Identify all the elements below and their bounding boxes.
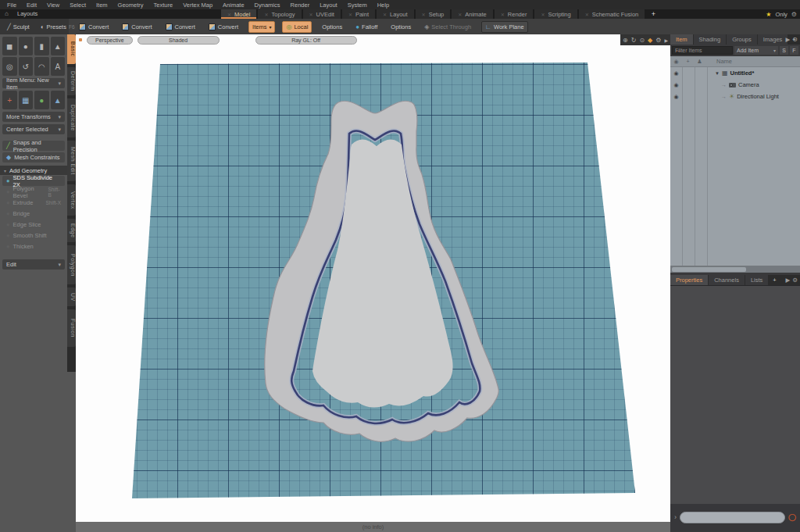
tab-properties[interactable]: Properties — [670, 275, 708, 285]
item-menu-dropdown[interactable]: Item Menu: New Item ▾ — [2, 78, 65, 88]
gear-icon[interactable]: ⚙ — [792, 34, 798, 45]
star-icon[interactable]: ★ — [766, 11, 771, 18]
vtab-polygon[interactable]: Polygon — [67, 245, 76, 284]
raygl-dropdown[interactable]: Ray GL: Off — [255, 36, 357, 45]
tab-model[interactable]: ✕ Model — [221, 9, 256, 19]
tab-groups[interactable]: Groups — [727, 34, 757, 45]
vtab-edge[interactable]: Edge — [67, 219, 76, 242]
vtab-fusion[interactable]: Fusion — [67, 309, 76, 347]
menu-animate[interactable]: Animate — [223, 2, 245, 9]
options-button-1[interactable]: Options — [319, 22, 345, 32]
dress-cookie-cutter-model[interactable] — [250, 98, 508, 449]
smooth-shift-button[interactable]: ● Smooth Shift — [2, 230, 65, 241]
gear-icon[interactable]: ⚙ — [792, 275, 798, 285]
tab-schematic-fusion[interactable]: ✕ Schematic Fusion — [579, 9, 645, 19]
menu-item[interactable]: Item — [96, 2, 108, 9]
tree-row-camera[interactable]: ◉ → Camera — [670, 79, 800, 91]
items-mode-button[interactable]: Items ▾ — [248, 21, 275, 33]
cylinder-primitive-button[interactable]: ▮ — [34, 37, 49, 55]
vtab-vertex[interactable]: Vertex — [67, 184, 76, 216]
work-plane-button[interactable]: ∟ Work Plane — [481, 21, 527, 33]
mesh-sphere-button[interactable]: ● — [34, 91, 49, 109]
menu-system[interactable]: System — [348, 2, 367, 9]
sculpt-button[interactable]: ╱ Sculpt — [4, 22, 33, 32]
vtab-deform[interactable]: Deform — [67, 67, 76, 95]
convert-button-2[interactable]: Convert — [119, 22, 155, 32]
filter-items-input[interactable] — [672, 46, 733, 55]
falloff-button[interactable]: ● Falloff — [352, 22, 380, 32]
menu-vertex-map[interactable]: Vertex Map — [183, 2, 212, 9]
solo-button[interactable]: S — [780, 46, 788, 55]
menu-view[interactable]: View — [47, 2, 59, 9]
vtab-mesh-edit[interactable]: Mesh Edit — [67, 141, 76, 181]
tab-paint[interactable]: ✕ Paint — [342, 9, 375, 19]
menu-texture[interactable]: Texture — [154, 2, 173, 9]
menu-dynamics[interactable]: Dynamics — [255, 2, 280, 9]
convert-button-1[interactable]: Convert — [76, 22, 112, 32]
tab-shading[interactable]: Shading — [694, 34, 727, 45]
sphere-primitive-button[interactable]: ● — [19, 37, 34, 55]
extrude-button[interactable]: ● Extrude Shift-X — [2, 198, 65, 208]
torus-primitive-button[interactable]: ◎ — [2, 57, 17, 76]
tab-scripting[interactable]: ✕ Scripting — [534, 9, 577, 19]
add-panel-tab-button[interactable]: + — [769, 275, 780, 285]
vtab-uv[interactable]: UV — [67, 287, 76, 306]
convert-button-4[interactable]: Convert — [205, 22, 241, 32]
mesh-pyramid-button[interactable]: ▲ — [51, 91, 66, 109]
eye-icon[interactable]: ◉ — [670, 70, 682, 77]
popout-icon[interactable]: ▶ — [785, 275, 790, 285]
rotate-icon[interactable]: ↻ — [631, 37, 637, 44]
view-mode-dropdown[interactable]: Perspective — [87, 36, 133, 45]
pan-icon[interactable]: ⊕ — [623, 37, 628, 44]
filter-button[interactable]: F — [790, 46, 798, 55]
scrollbar-thumb[interactable] — [672, 267, 746, 272]
bridge-button[interactable]: ● Bridge — [2, 209, 65, 219]
thicken-button[interactable]: ● Thicken — [2, 241, 65, 252]
tab-render[interactable]: ✕ Render — [495, 9, 534, 19]
command-options-icon[interactable]: ◯ — [788, 513, 796, 521]
menu-layout[interactable]: Layout — [320, 2, 338, 9]
tab-lists[interactable]: Lists — [745, 275, 768, 285]
only-toggle[interactable]: Only — [775, 11, 787, 18]
popout-icon[interactable]: ▶ — [785, 34, 790, 45]
text-tool-button[interactable]: A — [51, 57, 66, 76]
presets-button[interactable]: ◐ Presets F6 — [38, 22, 78, 32]
edge-slice-button[interactable]: ● Edge Slice — [2, 220, 65, 230]
gear-icon[interactable]: ⚙ — [655, 37, 661, 44]
polygon-bevel-button[interactable]: ● Polygon Bevel Shift-B — [2, 187, 65, 197]
add-item-dropdown[interactable]: Add Item ▾ — [734, 46, 778, 55]
cube-primitive-button[interactable]: ◼ — [2, 37, 17, 55]
edit-dropdown[interactable]: Edit ▾ — [2, 259, 65, 270]
snaps-precision-button[interactable]: ╱ Snaps and Precision — [2, 141, 65, 151]
tab-layout[interactable]: ✕ Layout — [377, 9, 414, 19]
local-action-center-button[interactable]: ◎ Local — [282, 21, 312, 33]
expand-arrow-icon[interactable]: ▼ — [715, 71, 720, 76]
expand-arrow-icon[interactable]: ▶ — [664, 37, 668, 43]
menu-geometry[interactable]: Geometry — [118, 2, 144, 9]
convert-button-3[interactable]: Convert — [162, 22, 198, 32]
tab-topology[interactable]: ✕ Topology — [258, 9, 301, 19]
tree-horizontal-scrollbar[interactable] — [670, 266, 800, 273]
tab-images[interactable]: Images — [758, 34, 788, 45]
curve-tool-button[interactable]: ◠ — [34, 57, 49, 76]
menu-render[interactable]: Render — [291, 2, 310, 9]
vtab-basic[interactable]: Basic — [67, 34, 76, 64]
vtab-duplicate[interactable]: Duplicate — [67, 98, 76, 137]
mesh-constraints-button[interactable]: ◆ Mesh Constraints — [2, 152, 65, 162]
zoom-icon[interactable]: ⊙ — [639, 37, 645, 44]
tool-handle-icon[interactable]: ◆ — [648, 37, 652, 44]
menu-edit[interactable]: Edit — [27, 2, 37, 9]
options-button-2[interactable]: Options — [388, 22, 414, 32]
shading-mode-dropdown[interactable]: Shaded — [138, 36, 220, 45]
tree-row-directional-light[interactable]: ◉ → ☀ Directional Light — [670, 91, 800, 102]
center-selected-dropdown[interactable]: Center Selected ▾ — [2, 124, 65, 134]
cone-primitive-button[interactable]: ▲ — [51, 37, 66, 55]
layouts-label[interactable]: Layouts — [17, 9, 38, 19]
tab-uvedit[interactable]: ✕ UVEdit — [303, 9, 341, 19]
select-through-button[interactable]: ◈ Select Through — [421, 22, 474, 32]
eye-icon[interactable]: ◉ — [670, 94, 682, 100]
menu-file[interactable]: File — [7, 2, 16, 9]
add-layout-tab-button[interactable]: + — [646, 9, 660, 19]
viewport-3d[interactable]: Perspective Shaded Ray GL: Off ⊕ ↻ ⊙ ◆ ⚙… — [76, 34, 670, 522]
viewport-corner-marker[interactable] — [79, 38, 82, 41]
